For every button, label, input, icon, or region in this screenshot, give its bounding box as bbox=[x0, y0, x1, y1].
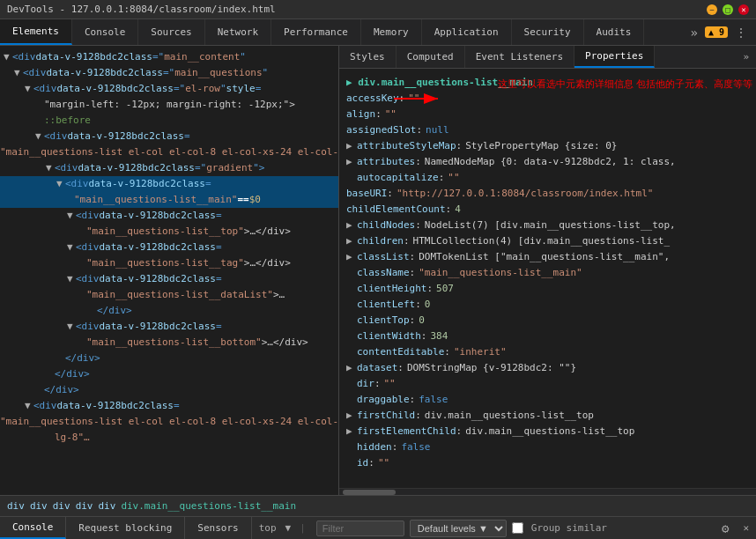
more-sub-tabs[interactable]: » bbox=[736, 46, 756, 68]
title-text: DevTools - 127.0.0.1:8084/classroom/inde… bbox=[7, 4, 707, 15]
prop-autocapitalize: autocapitalize : "" bbox=[339, 170, 756, 186]
dom-toggle[interactable]: ▼ bbox=[46, 161, 55, 175]
breadcrumb-div1[interactable]: div bbox=[7, 500, 25, 512]
dom-line[interactable]: ▼ <div data-v-9128bdc2 class="main__ques… bbox=[0, 65, 338, 81]
top-tab-extra: » ▲ 9 ⋮ bbox=[682, 19, 757, 45]
dom-line[interactable]: ▼ <div data-v-9128bdc2 class="gradient"> bbox=[0, 160, 338, 176]
dom-line[interactable]: ▼ <div data-v-9128bdc2 class= bbox=[0, 208, 338, 224]
prop-classList[interactable]: ▶ classList : DOMTokenList ["main__quest… bbox=[339, 249, 756, 265]
dom-line[interactable]: "main__questions-list el-col el-col-8 el… bbox=[0, 414, 338, 430]
tab-computed[interactable]: Computed bbox=[397, 46, 465, 68]
dom-line[interactable]: ▼ <div data-v-9128bdc2 class= bbox=[0, 319, 338, 335]
warning-badge[interactable]: ▲ 9 bbox=[705, 26, 728, 38]
dom-line[interactable]: ▼ <div data-v-9128bdc2 class= bbox=[0, 398, 338, 414]
dom-line-selected[interactable]: ▼ <div data-v-9128bdc2 class= bbox=[0, 176, 338, 192]
dom-line[interactable]: ▼ <div data-v-9128bdc2 class="el-row" st… bbox=[0, 81, 338, 97]
breadcrumb-div2[interactable]: div bbox=[30, 500, 48, 512]
prop-dataset[interactable]: ▶ dataset : DOMStringMap {v-9128bdc2: ""… bbox=[339, 360, 756, 376]
dom-line[interactable]: </div> bbox=[0, 351, 338, 366]
dom-line[interactable]: "margin-left: -12px; margin-right: -12px… bbox=[0, 97, 338, 113]
dom-toggle[interactable]: ▼ bbox=[67, 240, 76, 255]
group-similar-checkbox[interactable] bbox=[512, 522, 523, 534]
prop-children[interactable]: ▶ children : HTMLCollection(4) [div.main… bbox=[339, 233, 756, 249]
dom-toggle[interactable]: ▼ bbox=[25, 399, 33, 413]
prop-draggable: draggable : false bbox=[339, 392, 756, 408]
dom-line[interactable]: ▼ <div data-v-9128bdc2 class="main__cont… bbox=[0, 49, 338, 65]
prop-attributes[interactable]: ▶ attributes : NamedNodeMap {0: data-v-9… bbox=[339, 154, 756, 170]
close-button[interactable]: ✕ bbox=[738, 4, 749, 15]
console-dropdown-arrow[interactable]: ▼ bbox=[285, 522, 292, 534]
prop-id: id : "" bbox=[339, 455, 756, 471]
tab-console[interactable]: Console bbox=[72, 19, 138, 45]
dom-line[interactable]: ▼ <div data-v-9128bdc2 class= bbox=[0, 129, 338, 144]
prop-firstChild[interactable]: ▶ firstChild : div.main__questions-list_… bbox=[339, 408, 756, 424]
tab-memory[interactable]: Memory bbox=[361, 19, 422, 45]
prop-accessKey: accessKey : "" bbox=[339, 91, 756, 107]
prop-clientLeft: clientLeft : 0 bbox=[339, 297, 756, 313]
dom-line[interactable]: "main__questions-list__bottom" >…</div> bbox=[0, 335, 338, 351]
dom-line-selected-cont[interactable]: "main__questions-list__main" == $0 bbox=[0, 192, 338, 208]
request-blocking-tab[interactable]: Request blocking bbox=[66, 517, 185, 539]
horizontal-scroll-bar[interactable] bbox=[339, 488, 756, 495]
dom-toggle[interactable]: ▼ bbox=[67, 209, 76, 223]
tab-performance[interactable]: Performance bbox=[271, 19, 361, 45]
dom-line[interactable]: "main__questions-list__top" >…</div> bbox=[0, 224, 338, 240]
prop-align: align : "" bbox=[339, 107, 756, 122]
dom-line[interactable]: lg-8"… bbox=[0, 430, 338, 446]
top-tab-bar: Elements Console Sources Network Perform… bbox=[0, 19, 756, 46]
console-close-button[interactable]: ✕ bbox=[736, 522, 756, 534]
menu-button[interactable]: ⋮ bbox=[731, 26, 751, 40]
tab-properties[interactable]: Properties bbox=[574, 46, 655, 68]
tab-event-listeners[interactable]: Event Listeners bbox=[465, 46, 574, 68]
tab-elements[interactable]: Elements bbox=[0, 19, 72, 45]
breadcrumb-bar: div div div div div div.main__questions-… bbox=[0, 495, 756, 516]
more-tabs-button[interactable]: » bbox=[687, 26, 701, 40]
breadcrumb-div3[interactable]: div bbox=[53, 500, 70, 512]
dom-toggle[interactable]: ▼ bbox=[67, 272, 76, 286]
breadcrumb-div4[interactable]: div bbox=[76, 500, 93, 512]
tab-security[interactable]: Security bbox=[512, 19, 584, 45]
dom-toggle[interactable]: ▼ bbox=[56, 177, 65, 191]
console-settings-icon[interactable]: ⚙ bbox=[715, 521, 736, 535]
tab-styles[interactable]: Styles bbox=[339, 46, 397, 68]
dom-toggle[interactable]: ▼ bbox=[14, 66, 23, 80]
console-filter-input[interactable] bbox=[316, 521, 404, 536]
dom-line[interactable]: "main__questions-list__dataList" >… bbox=[0, 287, 338, 303]
prop-attributeStyleMap[interactable]: ▶ attributeStyleMap : StylePropertyMap {… bbox=[339, 138, 756, 154]
minimize-button[interactable]: − bbox=[707, 4, 717, 15]
prop-clientWidth: clientWidth : 384 bbox=[339, 329, 756, 344]
group-similar-label: Group similar bbox=[531, 522, 607, 534]
properties-content[interactable]: 这里可以看选中元素的详细信息 包括他的子元素、高度等等 ▶ div.main__… bbox=[339, 69, 756, 488]
dom-line[interactable]: ::before bbox=[0, 113, 338, 129]
dom-toggle[interactable]: ▼ bbox=[25, 82, 33, 96]
dom-tree-panel[interactable]: ▼ <div data-v-9128bdc2 class="main__cont… bbox=[0, 46, 339, 495]
dom-line[interactable]: </div> bbox=[0, 382, 338, 398]
console-bar: Console Request blocking Sensors top ▼ |… bbox=[0, 516, 756, 539]
scroll-thumb[interactable] bbox=[343, 490, 396, 495]
prop-firstElementChild[interactable]: ▶ firstElementChild : div.main__question… bbox=[339, 424, 756, 439]
maximize-button[interactable]: □ bbox=[723, 4, 733, 15]
title-bar: DevTools - 127.0.0.1:8084/classroom/inde… bbox=[0, 0, 756, 19]
dom-line[interactable]: </div> bbox=[0, 303, 338, 319]
prop-header-text: ▶ div.main__questions-list__main bbox=[346, 76, 533, 90]
tab-sources[interactable]: Sources bbox=[138, 19, 204, 45]
tab-audits[interactable]: Audits bbox=[584, 19, 645, 45]
dom-toggle[interactable]: ▼ bbox=[67, 320, 76, 334]
sensors-tab[interactable]: Sensors bbox=[185, 517, 251, 539]
dom-line[interactable]: ▼ <div data-v-9128bdc2 class= bbox=[0, 240, 338, 255]
dom-line[interactable]: "main__questions-list el-col el-col-8 el… bbox=[0, 144, 338, 160]
console-level-select[interactable]: Default levels ▼ bbox=[410, 520, 507, 537]
prop-contentEditable: contentEditable : "inherit" bbox=[339, 344, 756, 360]
dom-line[interactable]: </div> bbox=[0, 366, 338, 382]
dom-toggle[interactable]: ▼ bbox=[35, 129, 44, 144]
breadcrumb-selected[interactable]: div.main__questions-list__main bbox=[121, 500, 296, 512]
dom-toggle[interactable]: ▼ bbox=[4, 50, 12, 64]
tab-application[interactable]: Application bbox=[422, 19, 512, 45]
tab-network[interactable]: Network bbox=[205, 19, 271, 45]
breadcrumb-div5[interactable]: div bbox=[99, 500, 116, 512]
console-tab[interactable]: Console bbox=[0, 517, 66, 539]
prop-childNodes[interactable]: ▶ childNodes : NodeList(7) [div.main__qu… bbox=[339, 218, 756, 233]
dom-line[interactable]: "main__questions-list__tag" >…</div> bbox=[0, 255, 338, 271]
console-top-label[interactable]: top bbox=[259, 522, 277, 534]
dom-line[interactable]: ▼ <div data-v-9128bdc2 class= bbox=[0, 271, 338, 287]
